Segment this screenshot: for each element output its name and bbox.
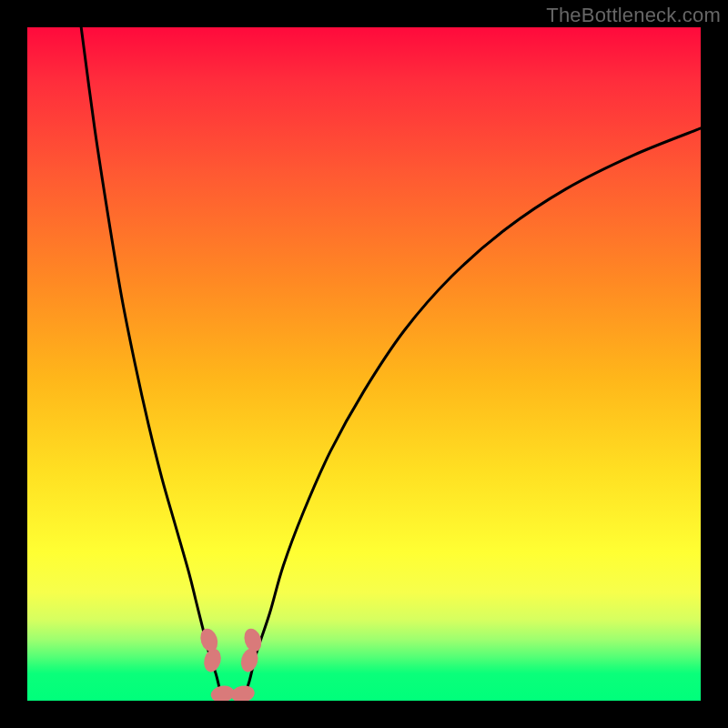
marker-group [197,626,264,701]
curve-left-branch [81,27,222,701]
marker-floor-b [229,683,256,701]
watermark-text: TheBottleneck.com [546,4,721,27]
curve-right-branch [243,128,701,701]
marker-right-cluster-b [241,626,264,653]
plot-area [27,27,701,701]
curve-layer [27,27,701,701]
chart-frame: TheBottleneck.com [0,0,728,728]
